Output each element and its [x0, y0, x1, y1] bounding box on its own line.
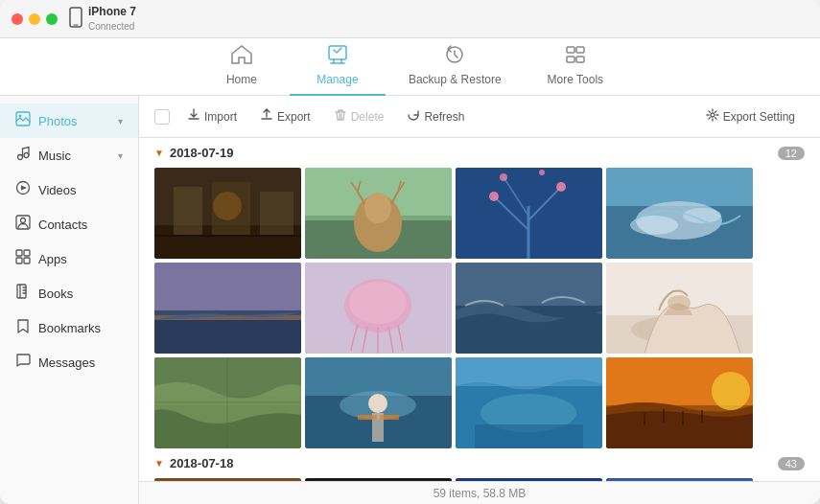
- home-icon: [231, 45, 252, 69]
- sidebar-item-messages[interactable]: Messages: [0, 345, 138, 379]
- tab-tools-label: More Tools: [548, 73, 603, 86]
- svg-rect-7: [576, 57, 584, 62]
- sidebar-item-music[interactable]: Music ▾: [0, 138, 138, 172]
- tab-manage[interactable]: Manage: [290, 37, 386, 96]
- svg-rect-24: [174, 187, 202, 235]
- import-button[interactable]: Import: [177, 103, 246, 129]
- svg-point-80: [368, 394, 387, 413]
- svg-rect-87: [475, 424, 583, 448]
- svg-rect-51: [606, 168, 753, 206]
- photo-thumb[interactable]: [456, 357, 602, 448]
- photos-chevron: ▾: [118, 116, 123, 126]
- contacts-icon: [15, 215, 31, 234]
- date-count-1: 12: [778, 147, 805, 160]
- gear-icon: [706, 108, 719, 125]
- photo-thumb[interactable]: [606, 168, 753, 259]
- sidebar-item-bookmarks[interactable]: Bookmarks: [0, 310, 138, 345]
- device-info: iPhone 7 Connected: [69, 5, 136, 33]
- svg-rect-83: [380, 415, 399, 420]
- delete-label: Delete: [351, 110, 385, 124]
- sidebar-item-contacts[interactable]: Contacts: [0, 207, 138, 241]
- sidebar-bookmarks-label: Bookmarks: [38, 321, 101, 335]
- svg-rect-82: [358, 415, 377, 420]
- date-label-2: 2018-07-18: [170, 456, 234, 470]
- refresh-label: Refresh: [424, 110, 464, 124]
- close-button[interactable]: [12, 13, 23, 25]
- status-bar: 59 items, 58.8 MB: [139, 481, 820, 504]
- svg-rect-4: [567, 47, 574, 53]
- books-icon: [15, 284, 31, 303]
- main-layout: Photos ▾ Music ▾ Videos: [0, 96, 820, 504]
- svg-point-15: [21, 218, 26, 223]
- svg-rect-57: [154, 263, 301, 310]
- sidebar-item-books[interactable]: Books: [0, 276, 138, 310]
- tab-tools[interactable]: More Tools: [525, 37, 626, 96]
- maximize-button[interactable]: [46, 13, 58, 25]
- svg-rect-26: [260, 192, 293, 235]
- import-icon: [187, 108, 200, 125]
- date-count-2: 43: [778, 457, 805, 470]
- date-label-1: 2018-07-19: [170, 146, 234, 160]
- select-all-checkbox[interactable]: [154, 109, 170, 125]
- sidebar-books-label: Books: [38, 286, 73, 301]
- svg-point-46: [489, 192, 499, 201]
- photo-thumb[interactable]: [456, 168, 602, 259]
- sidebar-item-apps[interactable]: Apps: [0, 241, 138, 276]
- photo-thumb[interactable]: [305, 357, 452, 448]
- bookmarks-icon: [15, 318, 31, 337]
- refresh-button[interactable]: Refresh: [397, 103, 474, 129]
- svg-point-49: [539, 170, 545, 175]
- photo-thumb[interactable]: [305, 263, 452, 354]
- export-label: Export: [277, 110, 311, 124]
- sidebar-videos-label: Videos: [38, 183, 77, 197]
- svg-point-91: [712, 372, 750, 410]
- svg-rect-59: [154, 320, 301, 354]
- status-text: 59 items, 58.8 MB: [433, 487, 527, 500]
- svg-point-21: [711, 113, 715, 117]
- svg-point-10: [18, 155, 23, 160]
- collapse-icon-1[interactable]: ▼: [154, 148, 164, 158]
- sidebar-item-photos[interactable]: Photos ▾: [0, 103, 138, 138]
- export-icon: [260, 108, 273, 125]
- photo-area[interactable]: ▼ 2018-07-19 12: [139, 138, 820, 504]
- messages-icon: [15, 353, 31, 372]
- photo-thumb[interactable]: [305, 168, 452, 259]
- tab-backup[interactable]: Backup & Restore: [386, 37, 525, 96]
- svg-point-27: [213, 192, 242, 220]
- tab-manage-label: Manage: [316, 73, 358, 86]
- delete-icon: [334, 108, 347, 125]
- photo-thumb[interactable]: [154, 357, 301, 448]
- svg-rect-19: [24, 258, 30, 263]
- svg-point-11: [24, 153, 29, 158]
- sidebar-messages-label: Messages: [38, 355, 95, 370]
- phone-icon: [69, 7, 82, 32]
- svg-marker-13: [21, 186, 27, 191]
- photo-grid-1: [154, 168, 805, 448]
- export-button[interactable]: Export: [250, 103, 320, 129]
- photo-thumb[interactable]: [456, 263, 602, 354]
- sidebar-item-videos[interactable]: Videos: [0, 172, 138, 207]
- device-status: Connected: [88, 20, 136, 33]
- svg-point-47: [556, 182, 566, 192]
- date-group-1: ▼ 2018-07-19 12: [154, 146, 805, 448]
- videos-icon: [15, 180, 31, 199]
- sidebar-apps-label: Apps: [38, 252, 67, 266]
- photo-thumb[interactable]: [154, 263, 301, 354]
- nav-tabs: Home Manage Backup & Restore: [0, 38, 820, 96]
- photos-icon: [15, 111, 31, 130]
- svg-point-33: [364, 193, 391, 223]
- minimize-button[interactable]: [29, 13, 40, 25]
- export-setting-button[interactable]: Export Setting: [696, 103, 805, 129]
- svg-rect-0: [70, 8, 82, 27]
- svg-rect-78: [305, 357, 452, 396]
- svg-rect-17: [24, 250, 30, 256]
- collapse-icon-2[interactable]: ▼: [154, 458, 164, 469]
- delete-button[interactable]: Delete: [324, 103, 394, 129]
- titlebar: iPhone 7 Connected: [0, 0, 820, 38]
- photo-thumb[interactable]: [606, 357, 753, 448]
- photo-thumb[interactable]: [154, 168, 301, 259]
- date-header-1: ▼ 2018-07-19 12: [154, 146, 805, 160]
- export-setting-label: Export Setting: [723, 110, 795, 124]
- photo-thumb[interactable]: [606, 263, 753, 354]
- tab-home[interactable]: Home: [194, 37, 290, 96]
